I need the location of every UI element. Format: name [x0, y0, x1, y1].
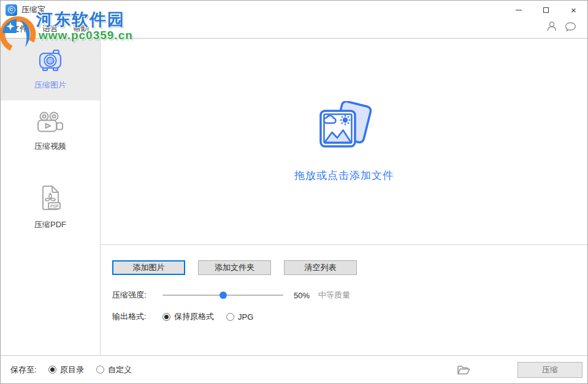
compress-image-icon: [38, 48, 63, 72]
app-logo-letter: C: [8, 6, 15, 13]
sidebar-item-compress-pdf[interactable]: PDF 压缩PDF: [1, 176, 100, 238]
menu-language[interactable]: 语言: [42, 23, 58, 34]
maximize-button[interactable]: [532, 1, 560, 19]
app-logo-icon: C: [6, 4, 17, 16]
compress-button[interactable]: 压缩: [517, 362, 582, 378]
add-images-button[interactable]: 添加图片: [112, 260, 185, 275]
radio-original-directory[interactable]: [48, 366, 56, 374]
close-button[interactable]: ×: [560, 1, 587, 19]
format-label: 输出格式:: [112, 311, 162, 322]
sidebar-item-compress-video[interactable]: 压缩视频: [1, 100, 100, 162]
radio-jpg-format[interactable]: [226, 313, 234, 321]
save-to-label: 保存至:: [10, 364, 48, 375]
strength-slider[interactable]: [162, 295, 283, 296]
sidebar-item-compress-image[interactable]: 压缩图片: [1, 39, 100, 100]
sidebar-item-label: 压缩视频: [34, 141, 66, 152]
image-drop-icon: [315, 101, 373, 154]
user-account-icon[interactable]: [546, 21, 557, 32]
compress-settings: 添加图片 添加文件夹 清空列表 压缩强度: 50% 中等质量 输出格式: 保持原…: [101, 245, 587, 322]
radio-keep-original-format[interactable]: [162, 313, 170, 321]
content-area: 压缩图片 压缩视频: [1, 39, 587, 356]
strength-label: 压缩强度:: [112, 290, 162, 301]
feedback-chat-icon[interactable]: [565, 21, 576, 32]
window-title: 压缩宝: [21, 4, 45, 15]
compress-pdf-icon: PDF: [38, 184, 63, 211]
svg-text:PDF: PDF: [50, 204, 59, 208]
menu-file[interactable]: 文件: [12, 23, 28, 34]
file-dropzone[interactable]: 拖放或点击添加文件: [101, 39, 587, 245]
strength-slider-thumb[interactable]: [220, 292, 227, 299]
sidebar: 压缩图片 压缩视频: [1, 39, 101, 355]
minimize-button[interactable]: [505, 1, 532, 19]
title-bar: C 压缩宝 ×: [1, 1, 587, 19]
radio-keep-original-label[interactable]: 保持原格式: [174, 311, 214, 322]
window-controls: ×: [505, 1, 587, 19]
add-folder-button[interactable]: 添加文件夹: [198, 260, 271, 275]
radio-original-directory-label[interactable]: 原目录: [60, 364, 84, 375]
app-window: C 压缩宝 × 文件 语言 帮助: [0, 0, 588, 384]
minimize-icon: [516, 10, 522, 10]
strength-value: 50%: [294, 291, 310, 300]
footer-bar: 保存至: 原目录 自定义 压缩: [1, 356, 587, 383]
dropzone-hint: 拖放或点击添加文件: [294, 168, 394, 183]
menu-help[interactable]: 帮助: [73, 23, 89, 34]
quality-text: 中等质量: [318, 290, 350, 301]
maximize-icon: [543, 7, 549, 13]
folder-open-icon: [457, 364, 470, 375]
clear-list-button[interactable]: 清空列表: [284, 260, 357, 275]
close-icon: ×: [571, 6, 576, 15]
compress-video-icon: [36, 111, 64, 133]
open-output-folder-button[interactable]: [457, 364, 470, 375]
main-panel: 拖放或点击添加文件 添加图片 添加文件夹 清空列表 压缩强度: 50% 中等质量: [101, 39, 587, 355]
radio-custom-directory[interactable]: [96, 366, 104, 374]
radio-jpg-label[interactable]: JPG: [238, 312, 253, 322]
radio-custom-directory-label[interactable]: 自定义: [108, 364, 132, 375]
sidebar-item-label: 压缩图片: [34, 80, 66, 91]
menu-bar: 文件 语言 帮助: [1, 19, 587, 39]
sidebar-item-label: 压缩PDF: [34, 219, 66, 230]
